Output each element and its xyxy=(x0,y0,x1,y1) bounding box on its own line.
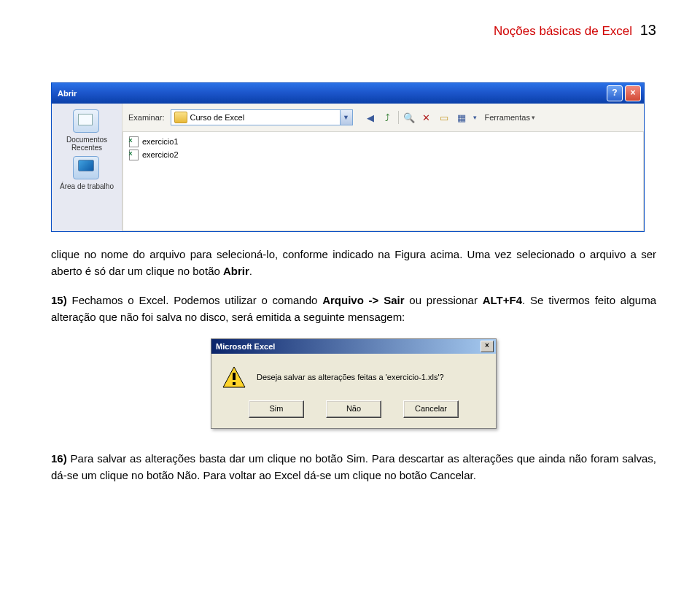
close-icon[interactable]: × xyxy=(481,341,494,352)
sidebar-item-desktop[interactable]: Área de trabalho xyxy=(56,156,117,190)
views-icon[interactable]: ▦ xyxy=(454,110,469,125)
folder-icon xyxy=(174,112,187,123)
delete-icon[interactable]: ✕ xyxy=(419,110,434,125)
separator xyxy=(398,111,399,124)
search-icon[interactable]: 🔍 xyxy=(402,110,416,125)
excel-file-icon xyxy=(128,149,139,160)
dialog-title: Abrir xyxy=(58,89,77,98)
svg-rect-1 xyxy=(233,373,236,380)
examine-label: Examinar: xyxy=(128,113,165,122)
paragraph-3: 16) Para salvar as alterações basta dar … xyxy=(51,451,656,484)
lookin-dropdown[interactable]: Curso de Excel ▼ xyxy=(171,109,353,125)
chevron-down-icon[interactable]: ▾ xyxy=(472,110,479,125)
msgbox-titlebar: Microsoft Excel × xyxy=(211,339,496,354)
lookin-value: Curso de Excel xyxy=(190,113,340,122)
close-icon[interactable]: × xyxy=(625,85,641,101)
cancel-button[interactable]: Cancelar xyxy=(403,400,459,418)
dialog-titlebar: Abrir ? × xyxy=(52,83,644,104)
new-folder-icon[interactable]: ▭ xyxy=(437,110,451,125)
desktop-icon xyxy=(73,156,99,179)
header-title: Noções básicas de Excel xyxy=(494,24,632,38)
msgbox-text: Deseja salvar as alterações feitas a 'ex… xyxy=(257,373,444,381)
places-sidebar: Documentos Recentes Área de trabalho xyxy=(52,104,122,231)
list-item[interactable]: exercicio1 xyxy=(128,135,639,148)
up-icon[interactable]: ⤴ xyxy=(381,110,395,125)
file-name: exercicio1 xyxy=(142,137,179,146)
paragraph-1: clique no nome do arquivo para selecioná… xyxy=(51,247,656,279)
sidebar-label-desktop: Área de trabalho xyxy=(56,182,117,190)
sidebar-label-recent: Documentos Recentes xyxy=(56,136,117,152)
no-button[interactable]: Não xyxy=(326,400,381,418)
file-name: exercicio2 xyxy=(142,150,179,159)
chevron-down-icon[interactable]: ▼ xyxy=(340,110,352,125)
excel-file-icon xyxy=(128,136,139,147)
tools-menu[interactable]: Ferramentas xyxy=(482,110,538,125)
yes-button[interactable]: Sim xyxy=(249,400,304,418)
back-icon[interactable]: ◀ xyxy=(363,110,378,125)
sidebar-item-recent[interactable]: Documentos Recentes xyxy=(56,109,117,152)
open-dialog: Abrir ? × Documentos Recentes Área de tr… xyxy=(51,82,645,232)
file-list[interactable]: exercicio1 exercicio2 xyxy=(122,132,644,231)
svg-rect-2 xyxy=(233,382,236,385)
warning-icon xyxy=(222,365,246,389)
dialog-toolbar: Examinar: Curso de Excel ▼ ◀ ⤴ 🔍 ✕ ▭ ▦ xyxy=(122,104,644,132)
page-header: Noções básicas de Excel 13 xyxy=(51,22,656,39)
help-icon[interactable]: ? xyxy=(607,85,623,101)
recent-documents-icon xyxy=(73,109,99,133)
paragraph-2: 15) Fechamos o Excel. Podemos utilizar o… xyxy=(51,292,656,325)
page-number: 13 xyxy=(640,22,656,38)
msgbox-title: Microsoft Excel xyxy=(216,342,275,351)
list-item[interactable]: exercicio2 xyxy=(128,148,639,161)
confirm-save-dialog: Microsoft Excel × Deseja salvar as alter… xyxy=(211,338,497,429)
